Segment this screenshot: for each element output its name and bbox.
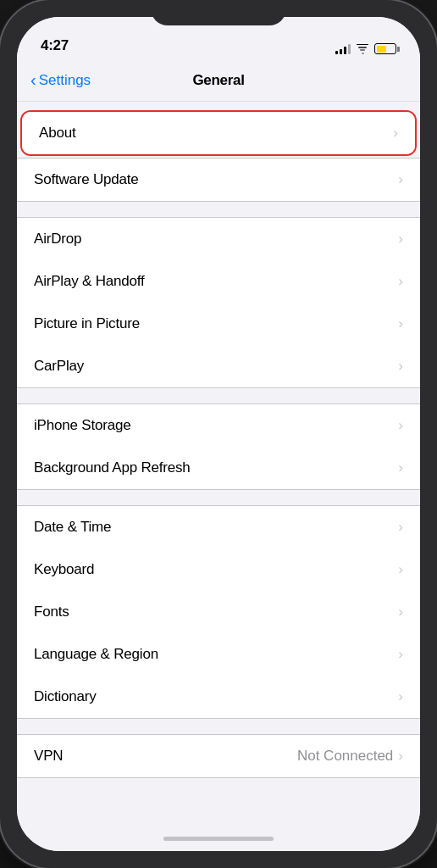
- battery-icon: [374, 43, 396, 54]
- background-app-refresh-row[interactable]: Background App Refresh ›: [17, 447, 420, 489]
- about-wrapper: About ›: [17, 110, 420, 156]
- picture-in-picture-label: Picture in Picture: [34, 315, 140, 332]
- phone-frame: 4:27 ‹ Settings General: [0, 0, 437, 868]
- carplay-row[interactable]: CarPlay ›: [17, 345, 420, 387]
- status-time: 4:27: [41, 37, 69, 54]
- iphone-storage-label: iPhone Storage: [34, 417, 130, 434]
- airplay-handoff-label: AirPlay & Handoff: [34, 273, 144, 290]
- background-app-refresh-right: ›: [398, 459, 403, 476]
- carplay-chevron-icon: ›: [398, 358, 403, 375]
- section-2: AirDrop › AirPlay & Handoff › Picture in…: [17, 217, 420, 388]
- gap-4: [17, 719, 420, 734]
- vpn-chevron-icon: ›: [398, 748, 403, 765]
- fonts-label: Fonts: [34, 604, 69, 620]
- section-3: iPhone Storage › Background App Refresh …: [17, 403, 420, 490]
- signal-icon: [335, 43, 351, 54]
- back-button[interactable]: ‹ Settings: [30, 72, 91, 89]
- section-2-group: AirDrop › AirPlay & Handoff › Picture in…: [17, 217, 420, 388]
- dictionary-right: ›: [398, 688, 403, 705]
- content-scroll[interactable]: About › Software Update ›: [17, 102, 420, 826]
- vpn-row[interactable]: VPN Not Connected ›: [17, 735, 420, 777]
- gap-1: [17, 202, 420, 217]
- keyboard-right: ›: [398, 561, 403, 578]
- notch: [151, 0, 286, 25]
- vpn-label: VPN: [34, 748, 63, 765]
- fonts-row[interactable]: Fonts ›: [17, 591, 420, 633]
- keyboard-row[interactable]: Keyboard ›: [17, 548, 420, 591]
- language-region-right: ›: [398, 646, 403, 663]
- gap-2: [17, 388, 420, 403]
- background-app-refresh-label: Background App Refresh: [34, 459, 191, 476]
- back-chevron-icon: ‹: [30, 71, 36, 88]
- picture-in-picture-right: ›: [398, 315, 403, 332]
- about-label: About: [39, 125, 75, 142]
- vpn-value: Not Connected: [297, 748, 393, 765]
- language-region-label: Language & Region: [34, 646, 158, 663]
- carplay-right: ›: [398, 358, 403, 375]
- airplay-handoff-right: ›: [398, 273, 403, 290]
- software-update-label: Software Update: [34, 171, 139, 188]
- dictionary-label: Dictionary: [34, 688, 97, 705]
- navigation-bar: ‹ Settings General: [17, 59, 420, 102]
- airdrop-chevron-icon: ›: [398, 231, 403, 248]
- section-1: About › Software Update ›: [17, 110, 420, 202]
- gap-3: [17, 490, 420, 505]
- date-time-row[interactable]: Date & Time ›: [17, 506, 420, 548]
- airplay-handoff-chevron-icon: ›: [398, 273, 403, 290]
- dictionary-chevron-icon: ›: [398, 688, 403, 705]
- phone-screen: 4:27 ‹ Settings General: [17, 17, 420, 851]
- date-time-right: ›: [398, 519, 403, 536]
- language-region-chevron-icon: ›: [398, 646, 403, 663]
- date-time-label: Date & Time: [34, 519, 111, 536]
- vpn-right: Not Connected ›: [297, 748, 403, 765]
- picture-in-picture-row[interactable]: Picture in Picture ›: [17, 303, 420, 345]
- section-5: VPN Not Connected ›: [17, 734, 420, 778]
- section-4: Date & Time › Keyboard › Fonts: [17, 505, 420, 719]
- about-row[interactable]: About ›: [22, 112, 415, 154]
- picture-in-picture-chevron-icon: ›: [398, 315, 403, 332]
- background-app-refresh-chevron-icon: ›: [398, 459, 403, 476]
- about-chevron-icon: ›: [393, 125, 398, 142]
- software-update-right: ›: [398, 171, 403, 188]
- wifi-icon: [356, 44, 369, 54]
- about-highlight: About ›: [20, 110, 417, 156]
- dictionary-row[interactable]: Dictionary ›: [17, 676, 420, 718]
- section-3-group: iPhone Storage › Background App Refresh …: [17, 403, 420, 490]
- airdrop-row[interactable]: AirDrop ›: [17, 218, 420, 260]
- iphone-storage-right: ›: [398, 417, 403, 434]
- fonts-right: ›: [398, 604, 403, 620]
- keyboard-label: Keyboard: [34, 561, 94, 578]
- back-label: Settings: [39, 72, 91, 89]
- software-update-group: Software Update ›: [17, 158, 420, 202]
- status-icons: [335, 43, 396, 54]
- iphone-storage-chevron-icon: ›: [398, 417, 403, 434]
- keyboard-chevron-icon: ›: [398, 561, 403, 578]
- battery-fill: [377, 46, 387, 53]
- carplay-label: CarPlay: [34, 358, 84, 375]
- page-title: General: [192, 72, 244, 89]
- section-4-group: Date & Time › Keyboard › Fonts: [17, 505, 420, 719]
- software-update-wrapper: Software Update ›: [17, 158, 420, 202]
- date-time-chevron-icon: ›: [398, 519, 403, 536]
- home-indicator: [17, 826, 420, 851]
- airplay-handoff-row[interactable]: AirPlay & Handoff ›: [17, 260, 420, 303]
- software-update-chevron-icon: ›: [398, 171, 403, 188]
- iphone-storage-row[interactable]: iPhone Storage ›: [17, 404, 420, 447]
- airdrop-right: ›: [398, 231, 403, 248]
- about-right: ›: [393, 125, 398, 142]
- fonts-chevron-icon: ›: [398, 604, 403, 620]
- language-region-row[interactable]: Language & Region ›: [17, 633, 420, 676]
- airdrop-label: AirDrop: [34, 231, 81, 248]
- home-bar: [163, 837, 274, 841]
- bottom-padding: [17, 778, 420, 795]
- section-5-group: VPN Not Connected ›: [17, 734, 420, 778]
- software-update-row[interactable]: Software Update ›: [17, 159, 420, 201]
